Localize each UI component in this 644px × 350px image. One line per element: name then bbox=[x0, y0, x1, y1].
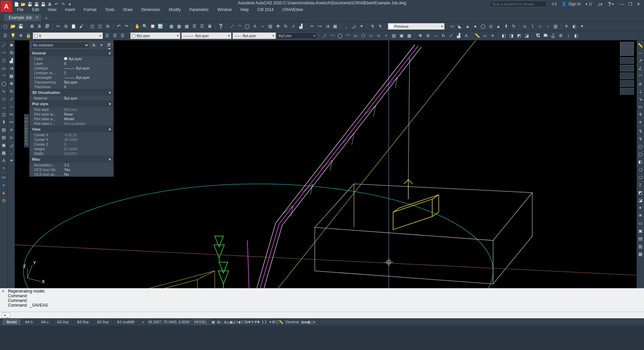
menu-file[interactable]: File bbox=[13, 6, 28, 13]
lt-insert-icon[interactable]: ⬇ bbox=[0, 119, 7, 125]
sb-ortho-icon[interactable]: ∟ bbox=[220, 320, 224, 324]
lt2-extend-icon[interactable]: ↦ bbox=[8, 119, 15, 125]
lt-ellarc-icon[interactable]: ◡ bbox=[0, 103, 7, 110]
layout-add-icon[interactable]: ＋ bbox=[139, 319, 148, 326]
ellipse-icon[interactable]: ⬭ bbox=[367, 32, 374, 39]
layers-icon[interactable]: ☰ bbox=[191, 23, 198, 30]
grid2-icon[interactable]: ▦ bbox=[176, 23, 182, 30]
sb-iso-icon[interactable]: ◬ bbox=[227, 320, 229, 324]
lt-region-icon[interactable]: ▣ bbox=[0, 142, 7, 148]
lt-ellipse-icon[interactable]: ⬭ bbox=[0, 96, 7, 102]
restore-icon[interactable]: ❐ bbox=[627, 1, 634, 7]
fillet-icon[interactable]: ◟ bbox=[343, 23, 349, 30]
lt-hatch-icon[interactable]: ▨ bbox=[0, 126, 7, 133]
rotate2-icon[interactable]: ↻ bbox=[440, 32, 447, 39]
sb-annovisible-icon[interactable]: ✶ bbox=[269, 320, 272, 324]
mtext-icon[interactable]: A bbox=[252, 23, 258, 30]
rt-view-iso-icon[interactable]: ◧ bbox=[637, 158, 644, 165]
rt-xa-icon[interactable]: ▤ bbox=[637, 235, 644, 242]
sb-gizmo-icon[interactable]: ✥ bbox=[248, 320, 251, 324]
rt-view-top-icon[interactable]: ▢ bbox=[637, 143, 644, 150]
menu-modify[interactable]: Modify bbox=[165, 6, 185, 13]
text-icon[interactable]: A bbox=[463, 32, 470, 39]
copy2-icon[interactable]: ⧉ bbox=[425, 32, 431, 39]
sb-infer-icon[interactable]: ⊞ bbox=[217, 320, 220, 324]
xref-icon[interactable]: ⧉ bbox=[104, 23, 111, 30]
annotation-scale[interactable]: 1:1 bbox=[260, 320, 269, 324]
trim-icon[interactable]: ✂ bbox=[309, 23, 315, 30]
rt-dim-al-icon[interactable]: ↗ bbox=[637, 57, 644, 64]
lt2-move-icon[interactable]: ✥ bbox=[8, 80, 15, 87]
zoom-window-icon[interactable]: 🔲 bbox=[149, 23, 156, 30]
ucs-world-icon[interactable]: ↯ bbox=[377, 23, 383, 30]
sb-trn-icon[interactable]: ◐ bbox=[238, 320, 242, 324]
quick-select-icon[interactable]: ⧉ bbox=[91, 42, 97, 48]
lt2-explode-icon[interactable]: ✶ bbox=[8, 157, 15, 164]
layer-lock-icon[interactable]: 🔒 bbox=[25, 32, 32, 39]
rt-qd-icon[interactable]: ≡ bbox=[637, 119, 644, 125]
circle2-icon[interactable]: ◯ bbox=[337, 32, 343, 39]
offset-icon[interactable]: ⇉ bbox=[324, 23, 331, 30]
cranebee3-icon[interactable]: ⚓ bbox=[550, 32, 556, 39]
menu-parametric[interactable]: Parametric bbox=[185, 6, 213, 13]
save-dwg-icon[interactable]: 💾 bbox=[17, 23, 24, 30]
undo-icon[interactable]: ↶ bbox=[115, 23, 122, 30]
torus-icon[interactable]: ◎ bbox=[487, 23, 494, 30]
arc2-icon[interactable]: ◠ bbox=[344, 32, 351, 39]
menu-tools[interactable]: Tools bbox=[101, 6, 119, 13]
slice-icon[interactable]: ⌿ bbox=[544, 23, 551, 30]
menu-window[interactable]: Window bbox=[213, 6, 236, 13]
layer-freeze-icon[interactable]: ❄ bbox=[17, 32, 24, 39]
add-tab-button[interactable]: ＋ bbox=[42, 15, 50, 21]
layout-tab-a32[interactable]: A3-2vp bbox=[53, 319, 73, 325]
menu-edit[interactable]: Edit bbox=[28, 6, 43, 13]
nav-pan-icon[interactable] bbox=[620, 65, 634, 71]
new-dwg-icon[interactable]: ▢ bbox=[2, 23, 9, 30]
lt-grad-icon[interactable]: ▤ bbox=[0, 134, 7, 141]
cut-icon[interactable]: ✂ bbox=[55, 23, 61, 30]
sb-grid-icon[interactable]: ▦ bbox=[211, 320, 215, 324]
mirror2-icon[interactable]: ▟ bbox=[455, 32, 462, 39]
section-plot[interactable]: Plot style▾ bbox=[29, 101, 114, 107]
hatch2-icon[interactable]: ▨ bbox=[390, 32, 397, 39]
hatch-icon[interactable]: ▨ bbox=[267, 23, 274, 30]
lt-circle-icon[interactable]: ◯ bbox=[0, 80, 7, 87]
lt2-break-icon[interactable]: ≠ bbox=[8, 126, 15, 133]
rt-ucs2-icon[interactable]: ↯ bbox=[637, 135, 644, 142]
sb-units-icon[interactable]: 📏 bbox=[279, 320, 284, 324]
lt2-scale-icon[interactable]: ⤢ bbox=[8, 96, 15, 102]
lt2-mirror-icon[interactable]: ▟ bbox=[8, 57, 15, 64]
rt-hide-icon[interactable]: ◩ bbox=[637, 189, 644, 196]
pyramid-icon[interactable]: ▲ bbox=[495, 23, 502, 30]
nav-zoom-icon[interactable] bbox=[620, 72, 634, 79]
rt-view-fr-icon[interactable]: ▢ bbox=[637, 151, 644, 157]
wedge-icon[interactable]: ◣ bbox=[457, 23, 463, 30]
cranebee4-icon[interactable]: ⚙ bbox=[557, 32, 564, 39]
point-icon[interactable]: • bbox=[383, 32, 389, 39]
lt2-chamfer-icon[interactable]: ◿ bbox=[8, 142, 15, 148]
grid-icon[interactable]: ▦ bbox=[168, 23, 175, 30]
layout-tab-a33[interactable]: A3-3vp bbox=[73, 319, 93, 325]
lt-sphere-icon[interactable]: ● bbox=[0, 181, 7, 188]
area-icon[interactable]: ▱ bbox=[482, 32, 488, 39]
block-edit-icon[interactable]: ◫ bbox=[97, 23, 103, 30]
cb2-icon[interactable]: ◨ bbox=[508, 32, 515, 39]
layer-on-icon[interactable]: 💡 bbox=[10, 32, 16, 39]
sb-otrack-icon[interactable]: ∠ bbox=[233, 320, 236, 324]
cranebee1-icon[interactable]: 🏗 bbox=[534, 32, 541, 39]
layout-tab-a1m[interactable]: A1-multilift bbox=[113, 319, 138, 325]
lt-table-icon[interactable]: ▦ bbox=[0, 149, 7, 156]
lt2-fillet-icon[interactable]: ◟ bbox=[8, 149, 15, 156]
close-icon[interactable]: ✕ bbox=[635, 1, 642, 7]
calc-icon[interactable]: 🖩 bbox=[206, 23, 213, 30]
sb-osnap-icon[interactable]: ▣ bbox=[229, 320, 233, 324]
explode-icon[interactable]: ✶ bbox=[358, 23, 365, 30]
move2-icon[interactable]: ✥ bbox=[417, 32, 424, 39]
sb-polar-icon[interactable]: ⊕ bbox=[224, 320, 227, 324]
nav-wheel-icon[interactable] bbox=[620, 57, 634, 64]
rt-dim-rad-icon[interactable]: ◠ bbox=[637, 72, 644, 79]
region-icon[interactable]: ▣ bbox=[398, 32, 405, 39]
a360-icon[interactable]: ◬▾ bbox=[598, 2, 603, 6]
rt-cen-icon[interactable]: ✛ bbox=[637, 111, 644, 118]
dim-icon[interactable]: ↔ bbox=[259, 23, 266, 30]
